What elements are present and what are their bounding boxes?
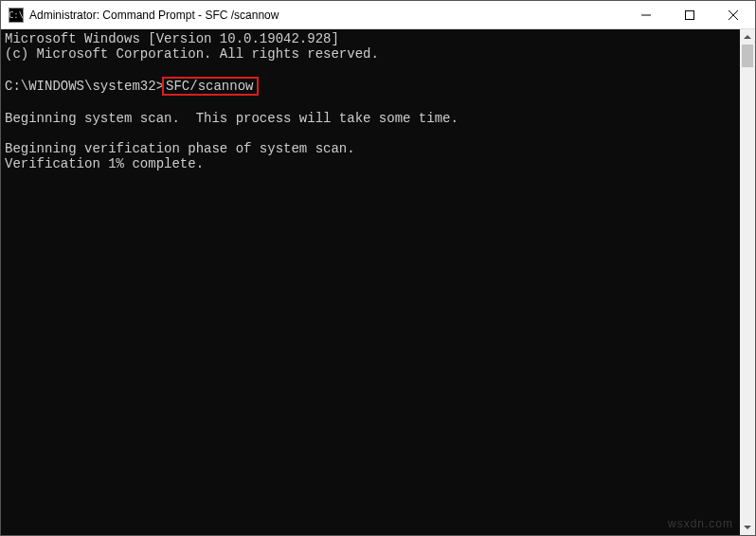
close-button[interactable] xyxy=(711,1,755,28)
scroll-down-button[interactable] xyxy=(740,520,755,535)
command-highlight: SFC/scannow xyxy=(162,77,259,96)
maximize-icon xyxy=(685,10,694,20)
window-title: Administrator: Command Prompt - SFC /sca… xyxy=(29,9,624,22)
minimize-button[interactable] xyxy=(624,1,668,28)
terminal-area: Microsoft Windows [Version 10.0.19042.92… xyxy=(1,29,755,535)
terminal-output[interactable]: Microsoft Windows [Version 10.0.19042.92… xyxy=(1,29,740,535)
window-controls xyxy=(624,1,755,28)
output-line: Beginning verification phase of system s… xyxy=(5,141,355,156)
output-line: Microsoft Windows [Version 10.0.19042.92… xyxy=(5,31,339,46)
minimize-icon xyxy=(641,10,651,20)
scroll-up-button[interactable] xyxy=(740,29,755,45)
close-icon xyxy=(729,10,738,20)
prompt-text: C:\WINDOWS\system32> xyxy=(5,79,164,94)
output-line: (c) Microsoft Corporation. All rights re… xyxy=(5,46,379,62)
output-line: Verification 1% complete. xyxy=(5,156,204,171)
command-prompt-window: C:\ Administrator: Command Prompt - SFC … xyxy=(0,0,756,536)
watermark-text: wsxdn.com xyxy=(668,517,733,530)
command-text: SFC/scannow xyxy=(166,79,253,94)
vertical-scrollbar[interactable] xyxy=(740,29,755,535)
maximize-button[interactable] xyxy=(668,1,711,28)
cmd-icon: C:\ xyxy=(9,8,24,23)
svg-rect-1 xyxy=(686,10,694,19)
output-line: Beginning system scan. This process will… xyxy=(5,111,459,126)
titlebar[interactable]: C:\ Administrator: Command Prompt - SFC … xyxy=(1,1,755,29)
scroll-thumb[interactable] xyxy=(742,45,753,67)
